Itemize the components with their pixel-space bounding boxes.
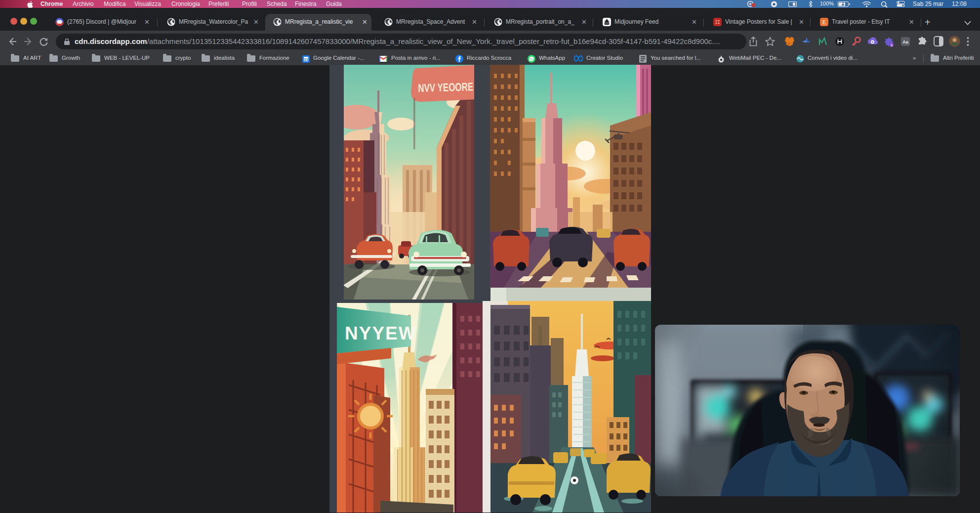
svg-text:NVV YEOORE: NVV YEOORE [418, 80, 474, 94]
svg-text:5: 5 [891, 43, 893, 47]
svg-text:NYYEW: NYYEW [345, 323, 417, 343]
svg-text:24h: 24h [57, 21, 62, 24]
svg-text:31: 31 [304, 57, 308, 62]
svg-text:E: E [822, 19, 826, 26]
svg-text:Aa: Aa [902, 40, 908, 44]
